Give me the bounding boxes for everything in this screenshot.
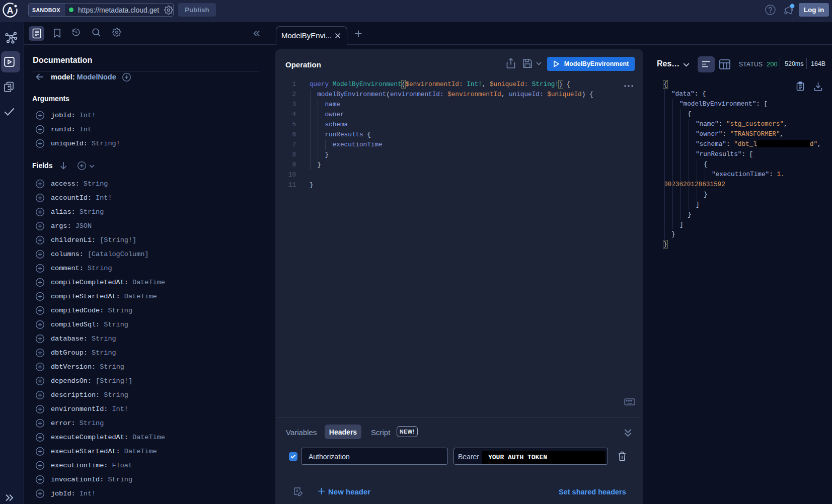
svg-text:A: A (7, 6, 14, 16)
